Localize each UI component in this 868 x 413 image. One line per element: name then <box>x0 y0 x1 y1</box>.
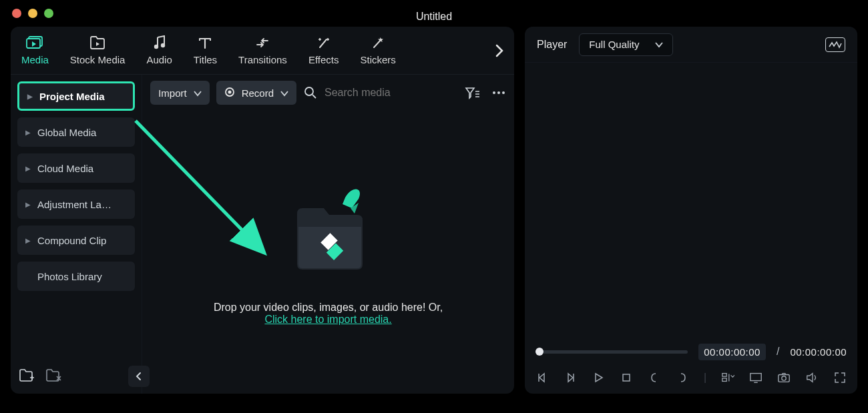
display-options-button[interactable] <box>721 371 734 384</box>
chevron-down-icon <box>280 87 288 99</box>
seek-slider[interactable] <box>535 350 688 354</box>
tab-label: Media <box>21 54 49 65</box>
transport-bar: 00:00:00:00 / 00:00:00:00 | <box>525 334 857 394</box>
annotation-arrow-icon <box>129 114 289 268</box>
tab-label: Titles <box>194 54 217 65</box>
effects-icon <box>314 35 333 50</box>
play-button[interactable] <box>592 371 605 384</box>
media-sidebar: ▶ Project Media ▶ Global Media ▶ Cloud M… <box>11 75 142 394</box>
record-button[interactable]: Record <box>216 81 296 105</box>
stickers-icon <box>369 35 387 50</box>
tab-label: Stickers <box>360 54 395 65</box>
sidebar-item-label: Adjustment La… <box>37 199 112 210</box>
total-time: 00:00:00:00 <box>790 346 847 358</box>
sidebar-item-label: Photos Library <box>37 271 102 282</box>
disclosure-triangle-icon: ▶ <box>25 201 31 208</box>
titlebar: Untitled <box>0 0 868 27</box>
prev-frame-button[interactable] <box>535 371 549 384</box>
quality-select[interactable]: Full Quality <box>579 33 673 56</box>
svg-rect-17 <box>722 373 726 376</box>
audio-icon <box>150 35 169 50</box>
new-folder-button[interactable] <box>19 368 35 384</box>
player-viewport <box>525 63 857 334</box>
media-icon <box>25 35 44 50</box>
mark-in-button[interactable] <box>648 371 661 384</box>
svg-point-8 <box>228 90 231 93</box>
sidebar-item-adjustment-layer[interactable]: ▶ Adjustment La… <box>17 189 135 219</box>
disclosure-triangle-icon: ▶ <box>27 93 33 100</box>
sidebar-footer <box>19 366 150 387</box>
stock-media-icon <box>88 35 107 50</box>
titles-icon <box>196 35 214 50</box>
search-icon <box>303 85 318 100</box>
import-label: Import <box>158 87 187 99</box>
record-icon <box>224 87 235 99</box>
disclosure-triangle-icon: ▶ <box>25 129 31 136</box>
media-toolbar: Import Record <box>142 75 514 111</box>
drop-zone-line1: Drop your video clips, images, or audio … <box>214 302 443 314</box>
tab-transitions[interactable]: Transitions <box>238 35 287 65</box>
folder-illustration <box>285 179 372 282</box>
tab-label: Transitions <box>238 54 287 65</box>
mark-out-button[interactable] <box>676 371 689 384</box>
svg-point-9 <box>305 87 313 95</box>
svg-rect-16 <box>623 374 630 381</box>
fullscreen-button[interactable] <box>833 371 847 384</box>
tabs-scroll-right-button[interactable] <box>490 41 509 60</box>
svg-point-5 <box>160 43 164 47</box>
tab-titles[interactable]: Titles <box>194 35 217 65</box>
tab-label: Stock Media <box>70 54 126 65</box>
sidebar-item-photos-library[interactable]: ▶ Photos Library <box>17 262 135 291</box>
chevron-down-icon <box>655 39 663 50</box>
tab-label: Audio <box>146 54 172 65</box>
filter-button[interactable] <box>465 85 479 100</box>
next-frame-button[interactable] <box>564 371 577 384</box>
chevron-down-icon <box>194 87 202 99</box>
quality-value: Full Quality <box>589 39 639 50</box>
delete-folder-button[interactable] <box>45 368 61 384</box>
camera-snapshot-button[interactable] <box>777 371 791 384</box>
record-label: Record <box>242 87 274 99</box>
seek-thumb[interactable] <box>535 348 544 356</box>
more-options-button[interactable] <box>491 85 506 100</box>
sidebar-item-label: Compound Clip <box>37 235 106 246</box>
stop-button[interactable] <box>620 371 633 384</box>
tab-stickers[interactable]: Stickers <box>360 35 395 65</box>
window-title: Untitled <box>0 11 868 23</box>
import-media-link[interactable]: Click here to import media. <box>264 314 391 325</box>
svg-point-11 <box>497 91 500 94</box>
media-drop-zone[interactable]: Drop your video clips, images, or audio … <box>142 111 514 394</box>
snapshot-button[interactable] <box>825 37 845 52</box>
screen-display-button[interactable] <box>749 371 763 384</box>
svg-point-21 <box>782 376 786 380</box>
current-time: 00:00:00:00 <box>698 344 766 360</box>
player-header: Player Full Quality <box>525 27 857 63</box>
sidebar-item-compound-clip[interactable]: ▶ Compound Clip <box>17 226 135 255</box>
sidebar-item-label: Cloud Media <box>37 163 93 174</box>
import-button[interactable]: Import <box>150 81 210 105</box>
sidebar-item-project-media[interactable]: ▶ Project Media <box>17 81 135 111</box>
drop-zone-text: Drop your video clips, images, or audio … <box>214 302 443 326</box>
tab-media[interactable]: Media <box>21 35 49 65</box>
sidebar-item-label: Global Media <box>37 127 96 138</box>
svg-rect-18 <box>722 378 726 381</box>
playback-controls: | <box>535 371 847 384</box>
sidebar-item-label: Project Media <box>39 91 105 102</box>
disclosure-triangle-icon: ▶ <box>25 237 31 244</box>
tab-effects[interactable]: Effects <box>308 35 339 65</box>
search-input[interactable] <box>324 87 458 99</box>
tab-label: Effects <box>308 54 339 65</box>
volume-button[interactable] <box>805 371 819 384</box>
player-panel: Player Full Quality 00:00:00:00 / 00:00:… <box>525 27 857 394</box>
svg-rect-19 <box>750 373 761 380</box>
top-tabs: Media Stock Media Audio Titles <box>11 27 514 75</box>
time-separator: / <box>777 346 779 358</box>
sidebar-item-cloud-media[interactable]: ▶ Cloud Media <box>17 153 135 183</box>
media-panel: Media Stock Media Audio Titles <box>11 27 514 394</box>
svg-marker-3 <box>96 42 99 46</box>
transitions-icon <box>253 35 272 50</box>
sidebar-item-global-media[interactable]: ▶ Global Media <box>17 117 135 147</box>
tab-audio[interactable]: Audio <box>146 35 172 65</box>
tab-stock-media[interactable]: Stock Media <box>70 35 126 65</box>
svg-point-12 <box>502 91 505 94</box>
